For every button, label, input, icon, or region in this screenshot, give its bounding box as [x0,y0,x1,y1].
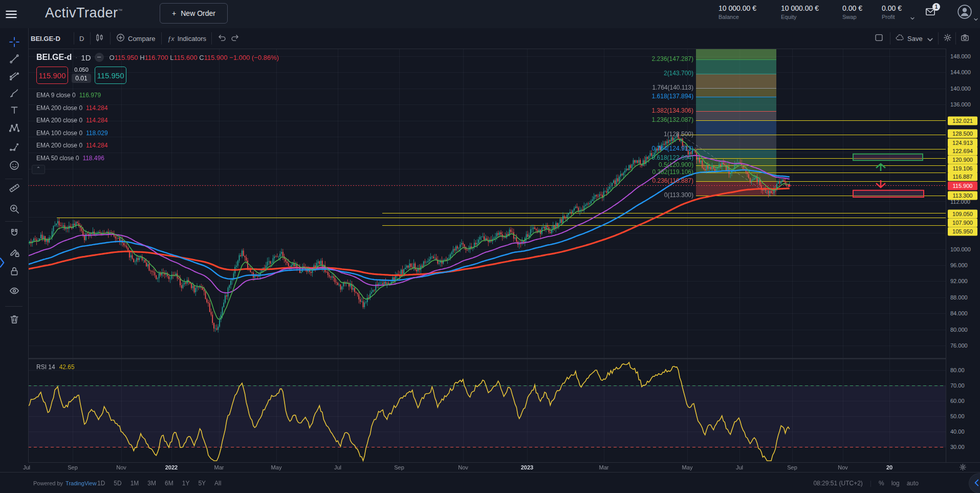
range-1y[interactable]: 1Y [182,480,190,487]
time-label: Nov [452,464,474,470]
tool-emoji[interactable] [8,159,21,172]
rsi-legend[interactable]: RSI 14 42.65 [36,363,75,371]
indicators-button[interactable]: ƒxIndicators [167,28,206,49]
axis-settings-icon[interactable] [959,463,967,471]
tool-drawing-lock[interactable] [8,246,21,259]
tool-lock-all[interactable] [8,265,21,278]
toolbar-divider [5,306,23,307]
indicator-label: EMA 200 close 0 [36,104,82,112]
auto-scale-button[interactable]: auto [907,480,919,487]
range-5y[interactable]: 5Y [198,480,206,487]
magnet-icon [9,228,19,238]
emoji-icon [9,160,19,170]
spread-info: 0.050 0.01 [71,67,92,84]
tool-crosshair[interactable] [8,35,21,49]
layout-select-button[interactable] [875,28,883,49]
interval-button[interactable]: D [79,28,84,49]
indicator-label: EMA 200 close 0 [36,117,82,124]
tool-zoom-in[interactable] [8,202,21,216]
brush-icon [9,88,19,98]
compare-button[interactable]: Compare [116,28,155,49]
tool-magnet[interactable] [8,226,21,240]
indicator-row[interactable]: EMA 200 close 0114.284 [36,103,108,113]
price-tag: 116.887 [948,173,977,181]
panel-expand-button[interactable] [0,256,7,270]
bottom-bar: Powered by TradingView 1D5D1M3M6M1Y5YAll… [0,472,980,493]
rsi-scale-label: 30.00 [950,444,965,450]
tool-ruler[interactable] [8,181,21,195]
chart-settings-button[interactable] [943,28,952,49]
price-tag: 128.500 [948,130,977,138]
undo-button[interactable] [217,28,226,49]
sell-button[interactable]: 115.900 [36,67,68,84]
indicator-value: 118.496 [82,155,104,162]
price-axis[interactable]: 148.000144.000140.000136.000112.000100.0… [946,49,980,472]
indicator-row[interactable]: EMA 50 close 0118.496 [36,153,104,163]
legend-collapse-button[interactable]: ⌃ [32,165,45,174]
notification-badge: 1 [932,3,940,11]
account-label: Profit [882,14,902,20]
tool-forecast[interactable] [8,140,21,154]
tradingview-link[interactable]: TradingView [66,480,97,486]
tool-trend-line[interactable] [8,52,21,66]
chart-type-button[interactable] [95,28,104,49]
fib-label: 1.382(134.306) [652,107,693,114]
gear-icon [943,33,952,44]
tool-trash[interactable] [8,313,21,326]
notifications-button[interactable]: 1 [924,7,938,18]
spread-value: 0.01 [72,74,91,83]
price-tag: 105.950 [948,227,977,236]
user-avatar[interactable] [957,5,972,19]
range-1m[interactable]: 1M [130,480,139,487]
price-tag: 120.900 [948,156,977,164]
fib-label: 0.764(124.913) [652,145,693,152]
hamburger-menu-icon[interactable] [4,7,18,22]
log-scale-button[interactable]: log [891,480,900,487]
range-all[interactable]: All [214,480,221,487]
range-buttons: 1D5D1M3M6M1Y5YAll [97,473,221,493]
indicator-row[interactable]: EMA 100 close 0118.029 [36,128,108,138]
percent-scale-button[interactable]: % [879,480,884,487]
range-5d[interactable]: 5D [114,480,121,487]
profit-caret-icon[interactable] [909,15,916,22]
buy-button[interactable]: 115.950 [95,67,126,84]
rsi-scale-label: 50.00 [950,413,965,419]
time-label: Nov [832,464,854,470]
indicator-row[interactable]: EMA 200 close 0114.284 [36,115,108,125]
price-label: 100.000 [950,246,971,252]
minus-circle-icon[interactable]: – [95,53,104,62]
tool-fib-retracement[interactable] [8,69,21,82]
new-order-button[interactable]: + New Order [160,3,228,24]
price-label: 136.000 [950,101,971,108]
camera-icon [961,33,969,44]
chart-legend[interactable]: BEI.GE-d · 1D – O115.950 H116.700 L115.6… [36,52,279,62]
rsi-scale-label: 60.00 [950,398,965,404]
indicator-value: 114.284 [86,117,108,124]
tool-text[interactable] [8,103,21,117]
fib-label: 0.618(122.694) [652,154,693,161]
screenshot-button[interactable] [961,28,969,49]
save-button[interactable]: Save [896,28,932,49]
range-6m[interactable]: 6M [165,480,173,487]
symbol-button[interactable]: BEI.GE-D [31,28,60,49]
tool-brush[interactable] [8,87,21,100]
app-logo: ActivTrader™ [45,5,123,21]
avatar-caret-icon[interactable] [973,16,979,23]
drawing-lock-icon [9,247,19,258]
rsi-scale-label: 40.00 [950,428,965,435]
range-1d[interactable]: 1D [97,480,105,487]
range-3m[interactable]: 3M [147,480,156,487]
save-caret-icon [926,35,932,41]
time-label: May [676,464,699,470]
indicator-row[interactable]: EMA 9 close 0116.979 [36,90,101,100]
price-label: 92.000 [950,278,968,284]
chart-canvas[interactable] [0,0,980,493]
tool-xabcd-pattern[interactable] [8,121,21,135]
time-label: Sep [388,464,410,470]
time-axis[interactable]: JulSepNov2022MarMayJulSepNov2023MarMayJu… [28,462,980,473]
redo-button[interactable] [231,28,239,49]
indicator-row[interactable]: EMA 200 close 0114.284 [36,140,108,151]
compare-plus-icon [116,33,125,44]
tool-hide-drawings[interactable] [8,284,21,297]
time-label: 2022 [160,464,183,470]
